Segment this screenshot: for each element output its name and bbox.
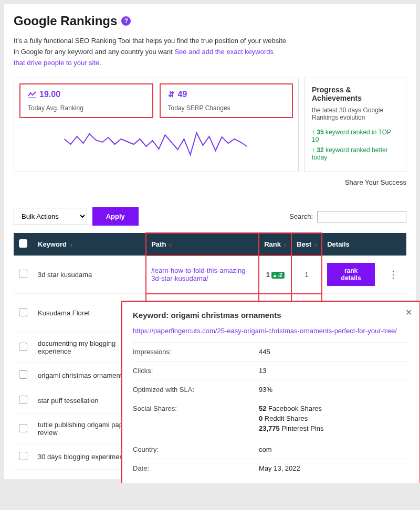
page-title: Google Rankings ? [14,14,406,28]
kebab-icon[interactable]: ⋮ [385,269,401,280]
achievement-better: ↑ 32 keyword ranked better today [312,146,398,161]
modal-title: Keyword: origami christmas ornaments [133,311,409,320]
serp-changes-label: Today SERP Changes [168,104,285,112]
rank-details-button[interactable]: rank details [327,263,375,286]
date-value: May 13, 2022 [259,464,409,472]
optimized-label: Optimized with SLA: [133,386,259,394]
col-best[interactable]: Best↑↓ [291,233,322,256]
best-cell: 1 [291,256,322,294]
country-value: com [259,445,409,453]
row-checkbox[interactable] [19,370,27,379]
clicks-label: Clicks: [133,367,259,375]
row-checkbox[interactable] [19,424,27,432]
help-icon[interactable]: ? [121,16,131,26]
serp-changes-value: 49 [178,90,187,99]
row-checkbox[interactable] [19,396,27,404]
modal-note: Note! The clicks and impressions data is… [133,483,409,483]
row-checkbox[interactable] [19,343,27,351]
share-success-link[interactable]: Share Your Success [14,178,406,186]
stats-panel: 19.00 Today Avg. Ranking ⇵ 49 Today SERP… [14,78,299,172]
col-path[interactable]: Path↑↓ [146,233,259,256]
ranking-sparkline [19,123,293,160]
search-input[interactable] [317,211,406,222]
table-row: 3d star kusudama/learn-how-to-fold-this-… [14,256,406,294]
search-label: Search: [289,212,313,220]
rank-delta-badge: ▴ -2 [271,272,285,279]
apply-button[interactable]: Apply [92,207,139,226]
page-title-text: Google Rankings [14,14,117,28]
clicks-value: 13 [259,367,409,375]
path-link[interactable]: /learn-how-to-fold-this-amazing-3d-star-… [151,267,248,282]
progress-subtitle: the latest 30 days Google Rankings evolu… [312,107,398,121]
impressions-label: Impressions: [133,348,259,356]
progress-panel: Progress & Achievements the latest 30 da… [304,78,406,172]
col-details: Details [322,233,380,256]
sort-icon: ↑↓ [168,242,171,248]
progress-title: Progress & Achievements [312,86,398,102]
bulk-actions-select[interactable]: Bulk Actions [14,208,87,225]
select-all-checkbox[interactable] [19,239,27,248]
social-label: Social Shares: [133,405,259,434]
path-cell: /learn-how-to-fold-this-amazing-3d-star-… [146,256,259,294]
row-checkbox[interactable] [19,452,27,460]
modal-url-link[interactable]: https://paperfingercuts.com/25-easy-orig… [133,327,409,335]
impressions-value: 445 [259,348,409,356]
updown-icon: ⇵ [168,90,175,99]
keyword-detail-modal: ✕ Keyword: origami christmas ornaments h… [121,301,420,483]
date-label: Date: [133,464,259,472]
sort-icon: ↑↓ [69,242,72,248]
row-checkbox[interactable] [19,308,27,316]
close-icon[interactable]: ✕ [405,307,412,317]
avg-ranking-label: Today Avg. Ranking [28,104,145,112]
optimized-value: 93% [259,386,409,394]
social-values: 52 Facebook Shares 0 Reddit Shares 23,77… [259,405,409,434]
chart-icon [28,91,36,98]
sort-icon: ↑↓ [313,242,317,248]
page-description: It's a fully functional SEO Ranking Tool… [14,36,287,68]
row-checkbox[interactable] [19,270,27,278]
sort-icon: ↑↓ [283,242,286,248]
serp-changes-card: ⇵ 49 Today SERP Changes [160,83,293,118]
col-keyword[interactable]: Keyword↑↓ [33,233,146,256]
achievement-top10: ↑ 35 keyword ranked in TOP 10 [312,129,398,143]
country-label: Country: [133,445,259,453]
avg-ranking-value: 19.00 [39,90,60,99]
col-rank[interactable]: Rank↑↓ [259,233,291,256]
rank-cell: 1▴ -2 [259,256,291,294]
keyword-cell: 3d star kusudama [33,256,146,294]
avg-ranking-card: 19.00 Today Avg. Ranking [19,83,153,118]
